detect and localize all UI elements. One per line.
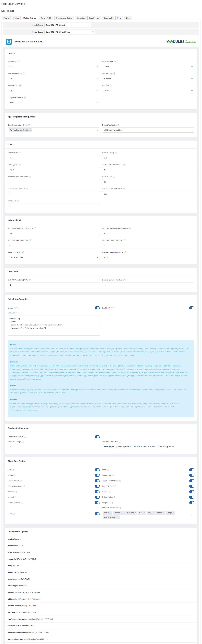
tab-module-settings[interactable]: Module Settings xyxy=(22,16,38,20)
disk-io-bandwidth-input[interactable]: -1 xyxy=(102,282,194,288)
help-icon[interactable]: ? xyxy=(12,469,14,471)
help-icon[interactable]: ? xyxy=(124,239,126,241)
help-icon[interactable]: ? xyxy=(115,485,117,487)
additional-ipv4-input[interactable]: 4 xyxy=(102,167,194,172)
chip-remove-icon[interactable]: x xyxy=(30,129,30,131)
tab-other[interactable]: Other xyxy=(115,16,123,20)
enable-ipv6-toggle[interactable] xyxy=(189,306,194,309)
help-icon[interactable]: ? xyxy=(119,441,121,443)
compute-resource-select[interactable]: kvm2 xyxy=(8,100,100,105)
help-icon[interactable]: ? xyxy=(18,152,20,154)
help-icon[interactable]: ? xyxy=(129,227,131,229)
default-application-group-multiselect[interactable]: Full App Template Catalogx xyxy=(8,128,100,133)
disk-io-operations-input[interactable]: -1 xyxy=(8,282,100,288)
help-icon[interactable]: ? xyxy=(112,474,114,476)
help-icon[interactable]: ? xyxy=(29,279,31,281)
tab-configurable-options[interactable]: Configurable Options xyxy=(54,16,74,20)
backup-files-input[interactable]: 10 xyxy=(102,179,194,184)
chip-remove-icon[interactable]: x xyxy=(173,512,174,514)
help-icon[interactable]: ? xyxy=(24,436,26,438)
help-icon[interactable]: ? xyxy=(113,72,115,74)
tab-free-domain[interactable]: Free Domain xyxy=(88,16,101,20)
feature-change-password-toggle[interactable] xyxy=(95,485,100,488)
help-icon[interactable]: ? xyxy=(15,490,17,492)
virtual-cpus-input[interactable]: 10 xyxy=(8,155,100,160)
feature-graphs-toggle[interactable] xyxy=(189,490,194,493)
feature-stop-toggle[interactable] xyxy=(189,468,194,471)
chip-remove-icon[interactable]: x xyxy=(123,512,123,514)
feature-snapshots-toggle[interactable] xyxy=(189,501,194,504)
help-icon[interactable]: ? xyxy=(22,441,24,443)
memory-input[interactable]: 10240 xyxy=(8,167,100,172)
additional-ipv6-input[interactable]: 8 xyxy=(8,179,100,184)
help-icon[interactable]: ? xyxy=(14,474,16,476)
help-icon[interactable]: ? xyxy=(110,84,112,86)
assigned-servers-to-vpc-input[interactable]: 255 xyxy=(102,191,194,196)
chip-remove-icon[interactable]: x xyxy=(118,516,118,518)
snapshots-input[interactable]: 7 xyxy=(8,203,100,208)
help-icon[interactable]: ? xyxy=(111,502,113,504)
feature-shut-down-toggle[interactable] xyxy=(189,474,194,477)
feature-tasks-toggle[interactable] xyxy=(95,512,100,515)
help-icon[interactable]: ? xyxy=(123,188,125,190)
vpc-private-networks-input[interactable]: 7 xyxy=(8,191,100,196)
help-icon[interactable]: ? xyxy=(22,252,24,254)
image-format-select[interactable]: raw xyxy=(8,88,100,93)
module-name-select[interactable]: SolusVM 2 VPS & Cloud xyxy=(44,23,91,27)
tab-custom-fields[interactable]: Custom Fields xyxy=(39,16,53,20)
password-length-input[interactable]: 10 xyxy=(8,444,100,449)
help-icon[interactable]: ? xyxy=(29,176,31,178)
help-icon[interactable]: ? xyxy=(21,502,23,504)
tab-links[interactable]: Links xyxy=(124,16,132,20)
feature-private-network-toggle[interactable] xyxy=(95,501,100,504)
default-application-select[interactable]: #43 Plesk on AlmaLinux xyxy=(102,128,194,132)
help-icon[interactable]: ? xyxy=(20,480,22,482)
help-icon[interactable]: ? xyxy=(28,124,30,126)
location-select[interactable]: Default xyxy=(102,88,194,93)
help-icon[interactable]: ? xyxy=(19,164,21,166)
help-icon[interactable]: ? xyxy=(119,480,121,482)
help-icon[interactable]: ? xyxy=(112,307,114,309)
product-type-select[interactable]: Cloud xyxy=(8,64,100,69)
help-icon[interactable]: ? xyxy=(119,507,121,509)
chip-remove-icon[interactable]: x xyxy=(153,512,153,514)
reset-limit-policy-select[interactable]: VM Creation Day xyxy=(8,255,100,260)
incoming-traffic-input[interactable]: 4 xyxy=(8,243,100,248)
help-icon[interactable]: ? xyxy=(34,227,36,229)
help-icon[interactable]: ? xyxy=(107,469,109,471)
chip-remove-icon[interactable]: x xyxy=(164,512,164,514)
available-characters-input[interactable]: abcdefghijklmnopqrstuvwxyzABCDEFGHIJKLMN… xyxy=(102,444,194,449)
tab-upgrades[interactable]: Upgrades xyxy=(75,16,87,20)
reduced-bandwidth-input[interactable]: 1000 xyxy=(102,255,194,260)
help-icon[interactable]: ? xyxy=(13,513,15,515)
generate-password-toggle[interactable] xyxy=(95,435,100,438)
help-icon[interactable]: ? xyxy=(124,252,126,254)
incoming-bandwidth-input[interactable]: 100 xyxy=(8,231,100,236)
server-group-select[interactable]: SolusVM 2 VPS & Cloud Server xyxy=(44,30,95,34)
help-icon[interactable]: ? xyxy=(19,60,21,62)
feature-network-toggle[interactable] xyxy=(95,496,100,498)
help-icon[interactable]: ? xyxy=(113,176,115,178)
feature-open-console-toggle[interactable] xyxy=(95,479,100,482)
default-user-role-select[interactable]: ADMIN xyxy=(102,64,194,69)
help-icon[interactable]: ? xyxy=(19,84,21,86)
user-data-textarea[interactable]: #cloud-config runcmd: - echo 'echo "Hell… xyxy=(8,315,100,336)
disk-size-input[interactable]: 256 xyxy=(102,155,194,160)
available-information-multiselect[interactable]: StatusxHostnamexPasswordxvCPUxDiskxMemor… xyxy=(102,510,194,520)
chip-remove-icon[interactable]: x xyxy=(110,512,111,514)
help-icon[interactable]: ? xyxy=(15,496,17,498)
help-icon[interactable]: ? xyxy=(117,124,119,126)
feature-toggle-rescue-mode-toggle[interactable] xyxy=(189,479,194,482)
help-icon[interactable]: ? xyxy=(115,152,117,154)
help-icon[interactable]: ? xyxy=(17,200,19,202)
outgoing-bandwidth-input[interactable]: 200 xyxy=(102,231,194,236)
help-icon[interactable]: ? xyxy=(123,279,125,281)
virtualization-type-select[interactable]: KVM xyxy=(8,76,100,81)
outgoing-traffic-input[interactable]: 5 xyxy=(102,243,194,248)
tab-pricing[interactable]: Pricing xyxy=(11,16,21,20)
storage-type-select[interactable]: ThinLVM xyxy=(102,76,194,81)
chip-remove-icon[interactable]: x xyxy=(144,512,145,514)
enable-ipv4-toggle[interactable] xyxy=(95,306,100,309)
help-icon[interactable]: ? xyxy=(23,72,25,74)
help-icon[interactable]: ? xyxy=(18,307,20,309)
